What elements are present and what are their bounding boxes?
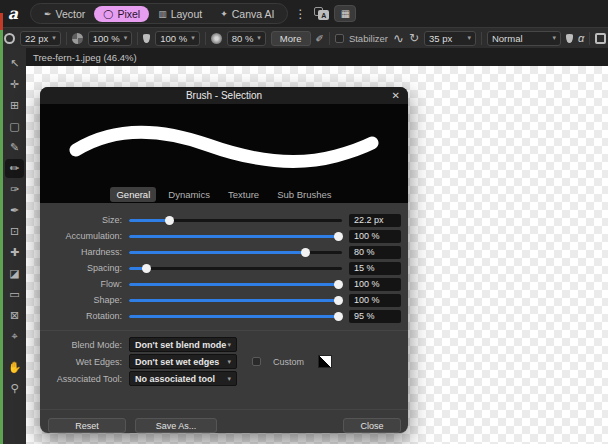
dialog-titlebar[interactable]: Brush - Selection ✕ [40, 87, 408, 104]
dialog-body: Size: 22.2 px Accumulation: 100 % Hardne… [40, 203, 408, 433]
shape-slider[interactable] [129, 299, 342, 302]
persona-tab-canva-ai[interactable]: ✦ Canva AI [211, 6, 283, 22]
nozzle-shape-swatch[interactable] [318, 355, 332, 368]
paint-brush-tool[interactable]: ✑ [5, 180, 24, 199]
persona-label: Pixel [117, 8, 140, 20]
persona-tab-pixel[interactable]: ◯ Pixel [94, 6, 149, 22]
marquee-selection-tool[interactable]: ▢ [5, 117, 24, 136]
slider-handle[interactable] [165, 216, 174, 225]
protect-alpha-icon[interactable]: α [578, 32, 584, 44]
freehand-selection-tool[interactable]: ✎ [5, 138, 24, 157]
dodge-burn-tool[interactable]: ◪ [5, 264, 24, 283]
persona-tab-vector[interactable]: ✒ Vector [35, 6, 94, 22]
straighten-tool[interactable]: ✛ [5, 75, 24, 94]
flow-slider[interactable] [129, 283, 342, 286]
accumulation-label: Accumulation: [46, 231, 122, 241]
accumulation-slider-row: Accumulation: 100 % [40, 228, 408, 244]
flow-dropdown[interactable]: 100 %▾ [155, 31, 199, 46]
shape-value-field[interactable]: 100 % [349, 294, 401, 307]
selection-brush-tool[interactable]: ✏ [5, 159, 24, 178]
spacing-value-field[interactable]: 15 % [349, 262, 401, 275]
canva-ai-icon: ✦ [220, 9, 228, 19]
associated-tool-select[interactable]: No associated tool▾ [129, 371, 237, 386]
brush-width-icon [4, 33, 15, 44]
chevron-down-icon: ▾ [52, 34, 56, 42]
color-picker-tool[interactable]: ⌖ [5, 327, 24, 346]
save-as-button[interactable]: Save As... [135, 418, 217, 433]
toolbar-a-icon[interactable]: A [314, 7, 329, 20]
chevron-down-icon: ▾ [227, 375, 231, 383]
slider-handle[interactable] [142, 264, 151, 273]
slider-handle[interactable] [334, 280, 343, 289]
slider-handle[interactable] [301, 248, 310, 257]
rope-stabilizer-icon[interactable]: ∿ [393, 31, 404, 46]
affinity-logo: a [0, 6, 26, 22]
dialog-close-icon[interactable]: ✕ [392, 87, 400, 104]
brush-selection-dialog: Brush - Selection ✕ General Dynamics Tex… [40, 87, 408, 433]
hardness-dropdown[interactable]: 80 %▾ [227, 31, 266, 46]
overflow-menu-icon[interactable]: ⋮ [294, 7, 306, 21]
hand-tool[interactable]: ✋ [5, 358, 24, 377]
hardness-label: Hardness: [46, 247, 122, 257]
persona-label: Layout [171, 8, 203, 20]
wet-edges-icon[interactable] [566, 34, 573, 43]
blend-mode-select[interactable]: Don't set blend mode▾ [129, 337, 237, 352]
rotation-value-field[interactable]: 95 % [349, 310, 401, 323]
tab-dynamics[interactable]: Dynamics [162, 187, 216, 202]
tools-panel: ↖✛⊞▢✎✏✑✒⊡✚◪▭⊠⌖✋⚲ [3, 48, 26, 444]
close-button[interactable]: Close [343, 418, 401, 433]
brush-width-dropdown[interactable]: 22 px▾ [20, 31, 61, 46]
slider-handle[interactable] [334, 232, 343, 241]
shape-tool[interactable]: ▭ [5, 285, 24, 304]
dialog-button-bar: Reset Save As... Close [40, 415, 408, 433]
size-value-field[interactable]: 22.2 px [349, 214, 401, 227]
associated-tool-row: Associated Tool: No associated tool▾ [40, 370, 408, 387]
window-stabilizer-icon[interactable]: ↻ [409, 31, 419, 45]
spacing-slider[interactable] [129, 267, 342, 270]
associated-tool-label: Associated Tool: [46, 374, 122, 384]
size-slider[interactable] [129, 219, 342, 222]
tab-sub-brushes[interactable]: Sub Brushes [271, 187, 337, 202]
document-tab[interactable]: Tree-fern-1.jpeg (46.4%) [26, 52, 137, 63]
color-picker-tool-icon: ⌖ [11, 330, 17, 343]
blend-mode-dropdown[interactable]: Normal▾ [487, 31, 561, 46]
rotation-slider[interactable] [129, 315, 342, 318]
brush-dynamics-icon[interactable]: ✐ [316, 33, 324, 44]
chevron-down-icon: ▾ [124, 34, 128, 42]
dialog-title: Brush - Selection [186, 90, 262, 101]
mesh-warp-tool[interactable]: ⊠ [5, 306, 24, 325]
move-tool[interactable]: ↖ [5, 54, 24, 73]
crop-tool[interactable]: ⊞ [5, 96, 24, 115]
persona-tab-layout[interactable]: ▥ Layout [149, 6, 211, 22]
hardness-value-field[interactable]: 80 % [349, 246, 401, 259]
stabilizer-length-dropdown[interactable]: 35 px▾ [424, 31, 476, 46]
custom-nozzle-checkbox[interactable] [252, 357, 261, 366]
opacity-icon [72, 33, 83, 44]
clone-stamp-tool[interactable]: ⊡ [5, 222, 24, 241]
chevron-down-icon: ▾ [552, 34, 556, 42]
wet-edges-row: Wet Edges: Don't set wet edges▾ Custom [40, 353, 408, 370]
more-button[interactable]: More [271, 31, 311, 46]
zoom-tool[interactable]: ⚲ [5, 379, 24, 398]
opacity-dropdown[interactable]: 100 %▾ [88, 31, 132, 46]
chevron-down-icon: ▾ [191, 34, 195, 42]
wet-edges-select[interactable]: Don't set wet edges▾ [129, 354, 237, 369]
hardness-slider[interactable] [129, 251, 342, 254]
healing-brush-tool[interactable]: ✚ [5, 243, 24, 262]
custom-label: Custom [273, 357, 304, 367]
tab-general[interactable]: General [110, 187, 156, 202]
tab-texture[interactable]: Texture [222, 187, 265, 202]
pixel-brush-tool[interactable]: ✒ [5, 201, 24, 220]
accumulation-slider[interactable] [129, 235, 342, 238]
reset-button[interactable]: Reset [48, 418, 126, 433]
accumulation-value-field[interactable]: 100 % [349, 230, 401, 243]
move-tool-icon: ↖ [10, 57, 19, 70]
stabilizer-label: Stabilizer [349, 33, 388, 44]
pixel-persona-icon: ◯ [103, 9, 113, 19]
slider-handle[interactable] [334, 312, 343, 321]
flow-value-field[interactable]: 100 % [349, 278, 401, 291]
slider-handle[interactable] [334, 296, 343, 305]
toolbar-grid-icon[interactable]: ▦ [334, 5, 356, 22]
symmetry-icon[interactable] [595, 33, 606, 44]
stabilizer-checkbox[interactable] [335, 34, 344, 43]
